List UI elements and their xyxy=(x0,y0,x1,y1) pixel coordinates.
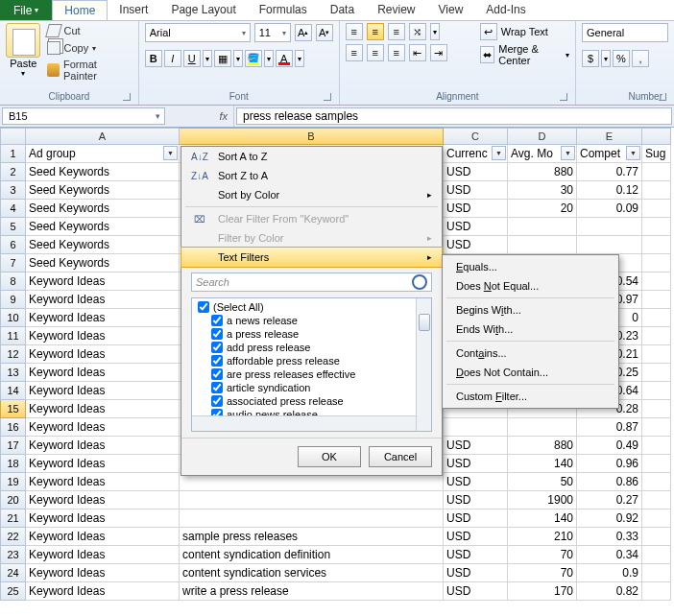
scroll-thumb[interactable] xyxy=(419,314,430,331)
font-color-button[interactable]: A xyxy=(276,50,293,67)
equals-item[interactable]: Equals... xyxy=(443,257,618,276)
checkbox[interactable] xyxy=(211,315,223,326)
cell[interactable]: 0.49 xyxy=(577,437,642,455)
cell[interactable]: Seed Keywords xyxy=(26,200,180,218)
cancel-button[interactable]: Cancel xyxy=(369,446,432,467)
cell[interactable] xyxy=(642,181,671,200)
cell[interactable]: Keyword Ideas xyxy=(26,418,180,437)
cell[interactable]: 70 xyxy=(508,546,577,564)
underline-button[interactable]: U xyxy=(183,50,201,67)
cell[interactable]: 1900 xyxy=(508,491,577,509)
cell[interactable] xyxy=(642,455,671,473)
cell[interactable]: Keyword Ideas xyxy=(26,345,180,364)
row-header[interactable]: 9 xyxy=(0,291,26,309)
cell[interactable] xyxy=(642,327,671,345)
cell[interactable]: Avg. Mo▼ xyxy=(508,145,577,163)
col-header-e[interactable]: E xyxy=(577,128,642,145)
tab-insert[interactable]: Insert xyxy=(108,0,159,20)
col-header-a[interactable]: A xyxy=(26,128,180,145)
cell[interactable] xyxy=(642,163,671,181)
cell[interactable]: write a press release xyxy=(180,582,444,601)
row-header[interactable]: 18 xyxy=(0,455,26,473)
not-contain-item[interactable]: Does Not Contain... xyxy=(443,363,618,382)
cell[interactable]: 0.86 xyxy=(577,473,642,491)
row-header[interactable]: 20 xyxy=(0,491,26,509)
ends-with-item[interactable]: Ends With... xyxy=(443,320,618,339)
comma-button[interactable]: , xyxy=(632,50,649,67)
cell[interactable] xyxy=(642,364,671,382)
scrollbar-horizontal[interactable] xyxy=(192,415,416,431)
col-header-c[interactable]: C xyxy=(444,128,508,145)
cell[interactable]: 0.34 xyxy=(577,546,642,564)
text-filters[interactable]: Text Filters xyxy=(181,247,443,268)
row-header[interactable]: 7 xyxy=(0,254,26,272)
cell[interactable]: USD xyxy=(444,491,508,509)
row-header[interactable]: 1 xyxy=(0,145,26,163)
row-header[interactable]: 11 xyxy=(0,327,26,345)
cell[interactable]: 880 xyxy=(508,163,577,181)
cell[interactable]: USD xyxy=(444,546,508,564)
cell[interactable] xyxy=(642,382,671,400)
cell[interactable]: USD xyxy=(444,473,508,491)
row-header[interactable]: 21 xyxy=(0,509,26,528)
checkbox[interactable] xyxy=(198,301,209,313)
row-header[interactable]: 2 xyxy=(0,163,26,181)
cell[interactable]: 50 xyxy=(508,473,577,491)
filter-button[interactable]: ▼ xyxy=(163,146,178,160)
row-header[interactable]: 24 xyxy=(0,564,26,582)
row-header[interactable]: 5 xyxy=(0,218,26,236)
cell[interactable] xyxy=(642,418,671,437)
cut-button[interactable]: Cut xyxy=(45,23,132,38)
cell[interactable]: Keyword Ideas xyxy=(26,437,180,455)
tab-addins[interactable]: Add-Ins xyxy=(474,0,537,20)
cell[interactable]: 880 xyxy=(508,437,577,455)
cell[interactable]: Keyword Ideas xyxy=(26,364,180,382)
ok-button[interactable]: OK xyxy=(298,446,361,467)
row-header[interactable]: 13 xyxy=(0,364,26,382)
cell[interactable]: Sug xyxy=(642,145,671,163)
tab-view[interactable]: View xyxy=(427,0,475,20)
custom-filter-item[interactable]: Custom Filter... xyxy=(443,387,618,406)
align-right[interactable]: ≡ xyxy=(388,44,405,61)
cell[interactable] xyxy=(577,218,642,236)
fx-icon[interactable]: fx xyxy=(167,106,234,127)
col-header-f[interactable] xyxy=(642,128,671,145)
cell[interactable]: USD xyxy=(444,163,508,181)
file-tab[interactable]: File xyxy=(0,0,52,20)
cell[interactable] xyxy=(642,564,671,582)
scrollbar-vertical[interactable] xyxy=(416,298,431,431)
cell[interactable]: sample press releases xyxy=(180,528,444,546)
align-left[interactable]: ≡ xyxy=(346,44,363,61)
orientation-more[interactable]: ▾ xyxy=(430,23,440,40)
filter-checkbox-item[interactable]: (Select All) xyxy=(192,300,431,314)
cell[interactable]: USD xyxy=(444,181,508,200)
filter-checkbox-item[interactable]: a news release xyxy=(192,314,431,327)
filter-checkbox-item[interactable]: add press release xyxy=(192,341,431,354)
cell[interactable]: Seed Keywords xyxy=(26,254,180,272)
row-header[interactable]: 10 xyxy=(0,309,26,327)
orientation[interactable]: ⤭ xyxy=(409,23,426,40)
row-header[interactable]: 25 xyxy=(0,582,26,601)
filter-button[interactable]: ▼ xyxy=(492,146,506,160)
cell[interactable]: Keyword Ideas xyxy=(26,291,180,309)
italic-button[interactable]: I xyxy=(164,50,181,67)
cell[interactable]: 30 xyxy=(508,181,577,200)
not-equal-item[interactable]: Does Not Equal... xyxy=(443,276,618,296)
cell[interactable]: 0.87 xyxy=(577,418,642,437)
cell[interactable] xyxy=(642,509,671,528)
tab-page-layout[interactable]: Page Layout xyxy=(159,0,247,20)
cell[interactable]: Seed Keywords xyxy=(26,236,180,254)
cell[interactable]: 0.9 xyxy=(577,564,642,582)
cell[interactable]: Compet▼ xyxy=(577,145,642,163)
cell[interactable] xyxy=(642,400,671,418)
font-name-combo[interactable]: Arial xyxy=(145,23,251,42)
percent-button[interactable]: % xyxy=(613,50,630,67)
tab-review[interactable]: Review xyxy=(366,0,426,20)
col-header-b[interactable]: B xyxy=(180,128,444,145)
row-header[interactable]: 17 xyxy=(0,437,26,455)
align-center[interactable]: ≡ xyxy=(367,44,384,61)
cell[interactable] xyxy=(642,236,671,254)
tab-home[interactable]: Home xyxy=(52,0,108,20)
cell[interactable]: USD xyxy=(444,218,508,236)
cell[interactable]: Keyword Ideas xyxy=(26,400,180,418)
